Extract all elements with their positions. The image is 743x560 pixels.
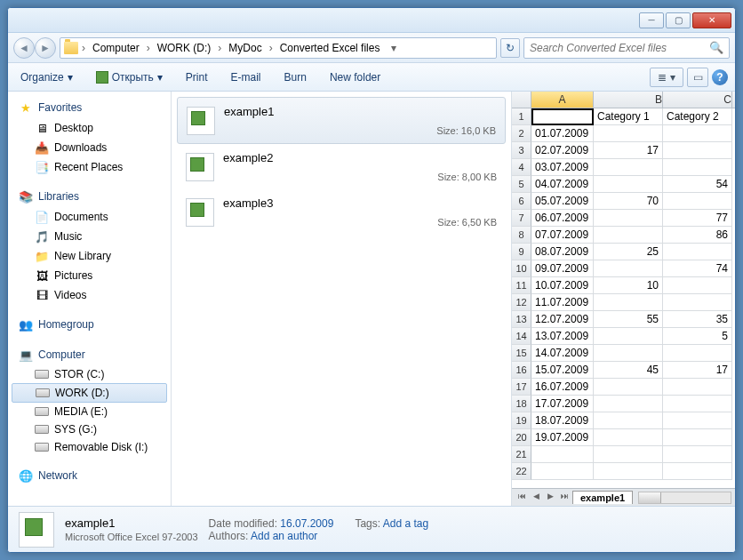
row-header[interactable]: 11: [512, 277, 531, 294]
row-header[interactable]: 8: [512, 227, 531, 244]
grid-body[interactable]: 1Category 1Category 2201.07.2009302.07.2…: [512, 108, 735, 488]
search-input[interactable]: [530, 42, 709, 54]
cell[interactable]: [663, 193, 732, 210]
tags-value[interactable]: Add a tag: [383, 517, 428, 530]
cell[interactable]: 10: [594, 277, 663, 294]
row-header[interactable]: 12: [512, 294, 531, 311]
cell[interactable]: [594, 328, 663, 345]
cell[interactable]: [663, 345, 732, 362]
row-header[interactable]: 4: [512, 159, 531, 176]
open-button[interactable]: Открыть ▾: [91, 68, 168, 87]
horizontal-scrollbar[interactable]: [638, 492, 731, 504]
cell[interactable]: 14.07.2009: [531, 345, 594, 362]
cell[interactable]: 70: [594, 193, 663, 210]
tab-prev-icon[interactable]: ◀: [530, 492, 542, 504]
organize-menu[interactable]: Organize ▾: [15, 68, 78, 87]
cell[interactable]: [594, 260, 663, 277]
network-group[interactable]: 🌐Network: [8, 465, 171, 486]
cell[interactable]: 17.07.2009: [531, 396, 594, 412]
maximize-button[interactable]: ▢: [666, 12, 691, 28]
row-header[interactable]: 15: [512, 345, 531, 362]
cell[interactable]: 5: [663, 328, 732, 345]
cell[interactable]: [594, 446, 663, 463]
cell[interactable]: [663, 429, 732, 446]
cell[interactable]: [594, 379, 663, 396]
row-header[interactable]: 1: [512, 108, 531, 125]
breadcrumb-item[interactable]: WORK (D:): [154, 40, 215, 56]
row-header[interactable]: 22: [512, 463, 531, 480]
row-header[interactable]: 21: [512, 446, 531, 463]
cell[interactable]: [531, 108, 594, 125]
cell[interactable]: 35: [663, 311, 732, 328]
cell[interactable]: 18.07.2009: [531, 412, 594, 429]
row-header[interactable]: 10: [512, 260, 531, 277]
search-box[interactable]: 🔍: [523, 37, 730, 59]
cell[interactable]: 16.07.2009: [531, 379, 594, 396]
nav-newlibrary[interactable]: 📁New Library: [8, 246, 171, 266]
cell[interactable]: 17: [663, 362, 732, 379]
nav-music[interactable]: 🎵Music: [8, 227, 171, 246]
cell[interactable]: 74: [663, 260, 732, 277]
help-button[interactable]: ?: [712, 69, 728, 85]
row-header[interactable]: 7: [512, 210, 531, 227]
row-header[interactable]: 17: [512, 379, 531, 396]
cell[interactable]: 05.07.2009: [531, 193, 594, 210]
nav-desktop[interactable]: 🖥Desktop: [8, 118, 171, 138]
cell[interactable]: 17: [594, 142, 663, 159]
libraries-group[interactable]: 📚Libraries: [8, 186, 171, 207]
cell[interactable]: 86: [663, 227, 732, 244]
cell[interactable]: 10.07.2009: [531, 277, 594, 294]
nav-downloads[interactable]: 📥Downloads: [8, 138, 171, 157]
select-all-corner[interactable]: [512, 92, 531, 108]
cell[interactable]: [663, 412, 732, 429]
cell[interactable]: 55: [594, 311, 663, 328]
row-header[interactable]: 16: [512, 362, 531, 379]
cell[interactable]: 12.07.2009: [531, 311, 594, 328]
sheet-tab[interactable]: example1: [572, 491, 633, 504]
cell[interactable]: 06.07.2009: [531, 210, 594, 227]
nav-drive-d[interactable]: WORK (D:): [12, 383, 167, 403]
nav-drive-g[interactable]: SYS (G:): [8, 420, 171, 438]
cell[interactable]: [531, 446, 594, 463]
cell[interactable]: [663, 159, 732, 176]
row-header[interactable]: 18: [512, 396, 531, 412]
cell[interactable]: [663, 142, 732, 159]
refresh-button[interactable]: ↻: [500, 38, 520, 58]
nav-drive-e[interactable]: MEDIA (E:): [8, 403, 171, 420]
forward-button[interactable]: ►: [35, 37, 56, 59]
cell[interactable]: 45: [594, 362, 663, 379]
row-header[interactable]: 20: [512, 429, 531, 446]
cell[interactable]: [594, 463, 663, 480]
row-header[interactable]: 14: [512, 328, 531, 345]
cell[interactable]: 19.07.2009: [531, 429, 594, 446]
new-folder-button[interactable]: New folder: [324, 68, 386, 87]
row-header[interactable]: 6: [512, 193, 531, 210]
cell[interactable]: [594, 227, 663, 244]
back-button[interactable]: ◄: [13, 37, 35, 59]
row-header[interactable]: 13: [512, 311, 531, 328]
nav-drive-i[interactable]: Removable Disk (I:): [8, 438, 171, 456]
cell[interactable]: 07.07.2009: [531, 227, 594, 244]
preview-pane-button[interactable]: ▭: [687, 68, 708, 87]
row-header[interactable]: 2: [512, 125, 531, 142]
cell[interactable]: [594, 159, 663, 176]
cell[interactable]: 54: [663, 176, 732, 193]
cell[interactable]: 08.07.2009: [531, 244, 594, 260]
col-header-b[interactable]: B: [594, 92, 663, 108]
close-button[interactable]: ✕: [692, 12, 731, 28]
cell[interactable]: [663, 463, 732, 480]
print-button[interactable]: Print: [180, 68, 213, 87]
col-header-c[interactable]: C: [663, 92, 732, 108]
cell[interactable]: [663, 294, 732, 311]
nav-videos[interactable]: 🎞Videos: [8, 285, 171, 305]
cell[interactable]: 09.07.2009: [531, 260, 594, 277]
cell[interactable]: 13.07.2009: [531, 328, 594, 345]
cell[interactable]: Category 2: [663, 108, 732, 125]
row-header[interactable]: 19: [512, 412, 531, 429]
cell[interactable]: [594, 294, 663, 311]
authors-value[interactable]: Add an author: [251, 530, 317, 542]
breadcrumb-item[interactable]: Computer: [89, 40, 143, 56]
cell[interactable]: 02.07.2009: [531, 142, 594, 159]
computer-group[interactable]: 💻Computer: [8, 344, 171, 365]
cell[interactable]: 25: [594, 244, 663, 260]
